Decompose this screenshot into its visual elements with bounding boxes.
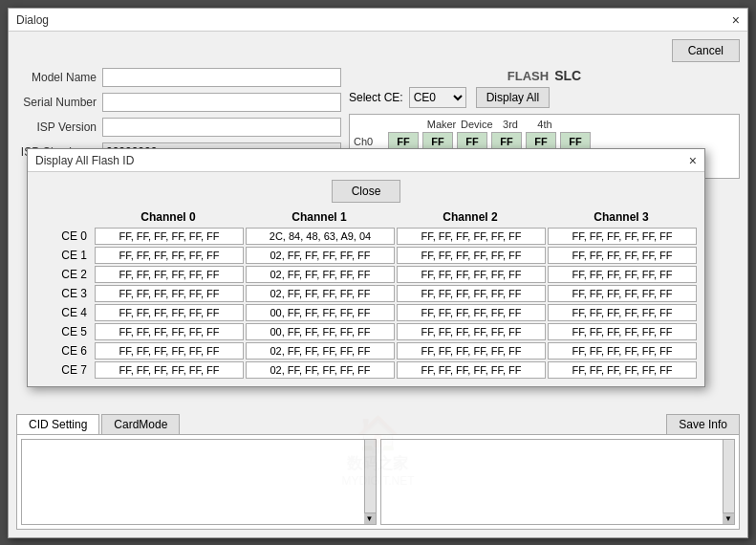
data-cell-6-ch2: FF, FF, FF, FF, FF, FF bbox=[397, 342, 546, 360]
device-header: Device bbox=[461, 119, 491, 130]
main-close-button[interactable]: × bbox=[732, 13, 740, 27]
data-cell-7-ch3: FF, FF, FF, FF, FF, FF bbox=[548, 361, 697, 379]
tab-row: CID Setting CardMode Save Info bbox=[16, 414, 740, 434]
ch2-header: Channel 2 bbox=[395, 210, 546, 224]
maker-header: Maker bbox=[426, 119, 457, 130]
isp-version-label: ISP Version bbox=[16, 120, 102, 134]
data-cell-1-ch0: FF, FF, FF, FF, FF, FF bbox=[95, 247, 244, 264]
top-row: Cancel bbox=[16, 39, 740, 62]
overlay-close-row: Close bbox=[35, 180, 697, 203]
data-cell-2-ch2: FF, FF, FF, FF, FF, FF bbox=[397, 266, 546, 283]
serial-number-input[interactable] bbox=[102, 93, 341, 112]
overlay-dialog: Display All Flash ID × Close Channel 0 C… bbox=[27, 148, 705, 387]
select-ce-row: Select CE: CE0 CE1 CE2 CE3 Display All bbox=[349, 87, 740, 108]
model-name-input[interactable] bbox=[102, 68, 341, 87]
data-table: CE 0FF, FF, FF, FF, FF, FF2C, 84, 48, 63… bbox=[35, 228, 697, 379]
scrollbar-right[interactable]: ▼ bbox=[723, 440, 734, 524]
ch0-label: Ch0 bbox=[354, 136, 384, 147]
slc-text: SLC bbox=[554, 68, 581, 83]
ce-label-3: CE 3 bbox=[35, 285, 93, 302]
flash-label-row: FLASH SLC bbox=[349, 68, 740, 83]
data-cell-6-ch1: 02, FF, FF, FF, FF, FF bbox=[246, 342, 395, 360]
3rd-header: 3rd bbox=[495, 119, 526, 130]
ce-label-1: CE 1 bbox=[35, 247, 93, 264]
flash-text: FLASH bbox=[508, 69, 549, 83]
bottom-section: CID Setting CardMode Save Info ▼ ▼ bbox=[16, 414, 740, 530]
ce-label-7: CE 7 bbox=[35, 361, 93, 379]
data-cell-7-ch0: FF, FF, FF, FF, FF, FF bbox=[95, 361, 244, 379]
select-ce-label: Select CE: bbox=[349, 91, 403, 104]
save-info-button[interactable]: Save Info bbox=[666, 414, 740, 434]
data-cell-2-ch1: 02, FF, FF, FF, FF, FF bbox=[246, 266, 395, 283]
data-cell-2-ch3: FF, FF, FF, FF, FF, FF bbox=[548, 266, 697, 283]
scroll-down-arrow-right[interactable]: ▼ bbox=[723, 512, 734, 524]
data-cell-1-ch1: 02, FF, FF, FF, FF, FF bbox=[246, 247, 395, 264]
ce-label-0: CE 0 bbox=[35, 228, 93, 245]
data-cell-1-ch3: FF, FF, FF, FF, FF, FF bbox=[548, 247, 697, 264]
data-cell-5-ch2: FF, FF, FF, FF, FF, FF bbox=[397, 323, 546, 340]
cid-setting-tab[interactable]: CID Setting bbox=[16, 414, 99, 434]
data-cell-5-ch3: FF, FF, FF, FF, FF, FF bbox=[548, 323, 697, 340]
data-cell-3-ch0: FF, FF, FF, FF, FF, FF bbox=[95, 285, 244, 302]
data-cell-4-ch3: FF, FF, FF, FF, FF, FF bbox=[548, 304, 697, 321]
serial-number-row: Serial Number bbox=[16, 93, 341, 112]
data-cell-7-ch1: 02, FF, FF, FF, FF, FF bbox=[246, 361, 395, 379]
channels-header: Channel 0 Channel 1 Channel 2 Channel 3 bbox=[35, 210, 697, 224]
ce-select[interactable]: CE0 CE1 CE2 CE3 bbox=[409, 87, 466, 108]
data-cell-6-ch0: FF, FF, FF, FF, FF, FF bbox=[95, 342, 244, 360]
data-cell-3-ch2: FF, FF, FF, FF, FF, FF bbox=[397, 285, 546, 302]
data-cell-4-ch1: 00, FF, FF, FF, FF, FF bbox=[246, 304, 395, 321]
data-cell-3-ch3: FF, FF, FF, FF, FF, FF bbox=[548, 285, 697, 302]
data-cell-6-ch3: FF, FF, FF, FF, FF, FF bbox=[548, 342, 697, 360]
4th-header: 4th bbox=[529, 119, 560, 130]
close-button[interactable]: Close bbox=[332, 180, 401, 203]
overlay-title: Display All Flash ID bbox=[35, 154, 134, 167]
isp-version-row: ISP Version bbox=[16, 118, 341, 137]
model-name-row: Model Name bbox=[16, 68, 341, 87]
ce-label-6: CE 6 bbox=[35, 342, 93, 360]
data-cell-4-ch0: FF, FF, FF, FF, FF, FF bbox=[95, 304, 244, 321]
card-mode-tab[interactable]: CardMode bbox=[101, 414, 180, 434]
ce-label-4: CE 4 bbox=[35, 304, 93, 321]
tab-sub-panel-left: ▼ bbox=[21, 439, 377, 525]
data-cell-5-ch1: 00, FF, FF, FF, FF, FF bbox=[246, 323, 395, 340]
ch1-header: Channel 1 bbox=[244, 210, 395, 224]
data-cell-0-ch3: FF, FF, FF, FF, FF, FF bbox=[548, 228, 697, 245]
data-cell-4-ch2: FF, FF, FF, FF, FF, FF bbox=[397, 304, 546, 321]
data-cell-3-ch1: 02, FF, FF, FF, FF, FF bbox=[246, 285, 395, 302]
isp-version-input[interactable] bbox=[102, 118, 341, 137]
tab-content-area: ▼ ▼ bbox=[16, 434, 740, 530]
ch0-header: Channel 0 bbox=[93, 210, 244, 224]
display-all-button[interactable]: Display All bbox=[476, 87, 550, 108]
title-bar: Dialog × bbox=[9, 9, 747, 32]
dialog-title: Dialog bbox=[16, 13, 49, 27]
scroll-down-arrow[interactable]: ▼ bbox=[364, 512, 376, 524]
data-cell-1-ch2: FF, FF, FF, FF, FF, FF bbox=[397, 247, 546, 264]
serial-number-label: Serial Number bbox=[16, 96, 102, 109]
data-cell-5-ch0: FF, FF, FF, FF, FF, FF bbox=[95, 323, 244, 340]
data-cell-2-ch0: FF, FF, FF, FF, FF, FF bbox=[95, 266, 244, 283]
overlay-title-bar: Display All Flash ID × bbox=[28, 149, 704, 172]
overlay-close-button[interactable]: × bbox=[689, 153, 697, 168]
ce-label-5: CE 5 bbox=[35, 323, 93, 340]
data-cell-0-ch2: FF, FF, FF, FF, FF, FF bbox=[397, 228, 546, 245]
model-name-label: Model Name bbox=[16, 71, 102, 84]
cancel-button[interactable]: Cancel bbox=[672, 39, 740, 62]
data-cell-0-ch0: FF, FF, FF, FF, FF, FF bbox=[95, 228, 244, 245]
scrollbar-left[interactable]: ▼ bbox=[364, 440, 376, 524]
tab-sub-panel-right: ▼ bbox=[380, 439, 736, 525]
overlay-content: Close Channel 0 Channel 1 Channel 2 Chan… bbox=[28, 172, 704, 386]
ce-label-2: CE 2 bbox=[35, 266, 93, 283]
grid-header: Maker Device 3rd 4th bbox=[354, 119, 735, 130]
data-cell-0-ch1: 2C, 84, 48, 63, A9, 04 bbox=[246, 228, 395, 245]
data-cell-7-ch2: FF, FF, FF, FF, FF, FF bbox=[397, 361, 546, 379]
ch3-header: Channel 3 bbox=[546, 210, 697, 224]
